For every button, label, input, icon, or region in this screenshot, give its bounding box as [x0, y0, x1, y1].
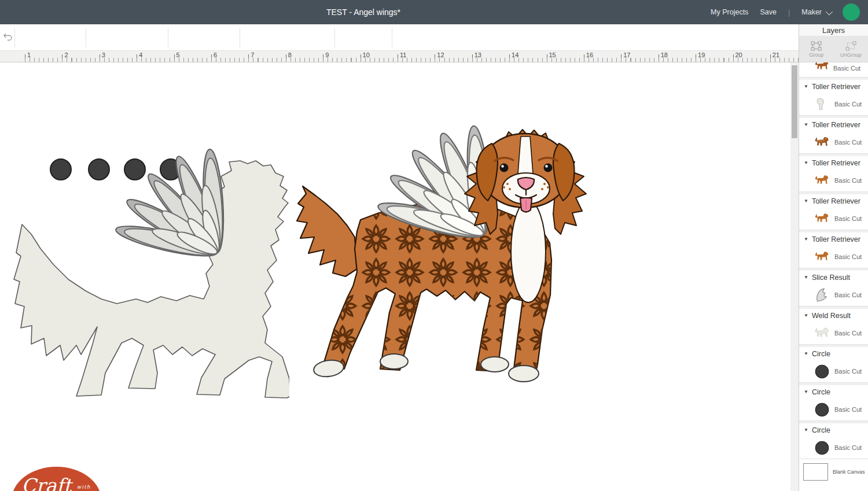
layer-group-header[interactable]: ▼ Toller Retriever	[799, 232, 868, 246]
dog-chest-blaze	[511, 201, 546, 302]
layer-group: ▼ Toller Retriever Basic Cut	[799, 192, 868, 230]
layer-group-header[interactable]: ▼ Circle	[799, 385, 868, 398]
collapse-triangle-icon[interactable]: ▼	[804, 84, 808, 89]
ruler-number: 19	[696, 51, 733, 58]
ruler-number: 10	[361, 51, 398, 58]
layer-group: ▼ Circle Basic Cut	[799, 421, 868, 459]
dark-circle-thumbnail-icon	[814, 364, 830, 379]
collapse-triangle-icon[interactable]: ▼	[804, 427, 808, 433]
project-title: TEST - Angel wings*	[326, 8, 400, 17]
ruler-number: 12	[435, 51, 472, 58]
layer-item[interactable]: Basic Cut	[799, 284, 868, 306]
gray-dog-silhouette	[14, 161, 289, 398]
orange-dog-thumbnail-icon	[814, 62, 830, 74]
layer-group-header[interactable]: ▼ Circle	[799, 423, 868, 437]
blank-canvas-item[interactable]: Blank Canvas	[799, 459, 868, 485]
ruler-number: 3	[100, 51, 137, 58]
collapse-triangle-icon[interactable]: ▼	[804, 122, 808, 127]
ruler-number: 20	[733, 51, 770, 58]
ruler-number: 4	[137, 51, 174, 58]
ruler-number: 9	[323, 51, 360, 58]
ungroup-button[interactable]: UnGroup	[834, 36, 868, 62]
orange-dog-thumbnail-icon	[814, 211, 830, 227]
my-projects-link[interactable]: My Projects	[711, 8, 748, 16]
machine-selector[interactable]: Maker	[801, 8, 831, 16]
gray-wing-thumbnail-icon	[814, 287, 830, 303]
sync-arrow-icon[interactable]	[3, 32, 13, 42]
layer-item[interactable]: Basic Cut	[799, 169, 868, 191]
layer-group-header[interactable]: ▼ Slice Result	[799, 271, 868, 284]
layer-group: ▼ Toller Retriever Basic Cut	[799, 116, 868, 154]
orange-dog-thumbnail-icon	[814, 249, 830, 265]
layer-group-header[interactable]: ▼ Circle	[799, 347, 868, 360]
dog-tail	[297, 186, 357, 276]
ruler-number: 17	[621, 51, 658, 58]
design-canvas[interactable]: Craft with Sarah	[0, 62, 790, 491]
collapse-triangle-icon[interactable]: ▼	[804, 351, 808, 356]
group-icon	[811, 41, 822, 51]
layer-group-header[interactable]: ▼ Weld Result	[799, 309, 868, 322]
account-avatar[interactable]	[843, 3, 860, 21]
ruler-number: 11	[398, 51, 435, 58]
group-button[interactable]: Group	[799, 36, 834, 62]
ruler-number: 15	[546, 51, 583, 58]
layer-item[interactable]: Basic Cut	[799, 246, 868, 268]
craft-with-sarah-logo: Craft with Sarah	[12, 467, 101, 491]
light-dog-thumbnail-icon	[814, 326, 830, 341]
ruler-number: 8	[286, 51, 323, 58]
layer-group: ▼ Toller Retriever Basic Cut	[799, 230, 868, 268]
collapse-triangle-icon[interactable]: ▼	[804, 313, 808, 318]
save-button[interactable]: Save	[760, 8, 777, 16]
ungroup-icon	[845, 41, 856, 51]
ruler-number: 18	[659, 51, 696, 58]
ruler-number: 7	[248, 51, 285, 58]
collapse-triangle-icon[interactable]: ▼	[804, 198, 808, 204]
scrollbar-thumb[interactable]	[792, 65, 797, 138]
chevron-down-icon	[826, 8, 833, 15]
top-bar: TEST - Angel wings* My Projects Save | M…	[0, 0, 868, 24]
collapse-triangle-icon[interactable]: ▼	[804, 237, 808, 242]
layers-list: Basic Cut ▼ Toller Retriever Basic Cut ▼…	[799, 62, 868, 490]
canvas-scrollbar[interactable]	[790, 62, 799, 491]
gray-dog-artwork[interactable]	[6, 130, 289, 419]
layer-group-header[interactable]: ▼ Toller Retriever	[799, 194, 868, 208]
patterned-dog-thumbnail-icon	[814, 135, 830, 150]
layers-panel: Layers Group UnGroup	[799, 24, 868, 491]
layer-group: ▼ Toller Retriever Basic Cut	[799, 154, 868, 192]
layer-item[interactable]: Basic Cut	[799, 93, 868, 115]
ruler-number: 1	[25, 51, 62, 58]
edit-toolbar: Operation Basic Cut ▼ Select All Edit ▼ …	[0, 24, 799, 51]
collapse-triangle-icon[interactable]: ▼	[804, 389, 808, 394]
layer-item[interactable]: Basic Cut	[799, 360, 868, 382]
ruler-number: 16	[584, 51, 621, 58]
layer-item[interactable]: Basic Cut	[799, 322, 868, 344]
ruler-number: 5	[174, 51, 211, 58]
topbar-divider: |	[788, 8, 790, 17]
layer-item[interactable]: Basic Cut	[799, 131, 868, 153]
layer-group: ▼ Slice Result Basic Cut	[799, 268, 868, 307]
toller-retriever-artwork[interactable]	[292, 121, 587, 393]
gray-wing	[114, 149, 226, 262]
layer-group-header[interactable]: ▼ Toller Retriever	[799, 118, 868, 131]
orange-dog-thumbnail-icon	[814, 173, 830, 189]
blank-canvas-thumbnail-icon	[803, 463, 828, 481]
white-pieces-thumbnail-icon	[814, 97, 830, 112]
layer-item[interactable]: Basic Cut	[799, 437, 868, 459]
layer-item-partial[interactable]: Basic Cut	[799, 62, 868, 77]
collapse-triangle-icon[interactable]: ▼	[804, 160, 808, 165]
dark-circle-thumbnail-icon	[814, 402, 830, 418]
ruler-number: 13	[472, 51, 509, 58]
ruler-number: 2	[62, 51, 99, 58]
dark-circle-thumbnail-icon	[814, 440, 830, 456]
ruler-number: 6	[211, 51, 248, 58]
collapse-triangle-icon[interactable]: ▼	[804, 275, 808, 280]
layer-item[interactable]: Basic Cut	[799, 208, 868, 230]
layers-panel-title: Layers	[799, 24, 868, 36]
layer-group-header[interactable]: ▼ Toller Retriever	[799, 156, 868, 169]
ruler-number: 14	[509, 51, 546, 58]
horizontal-ruler: 123456789101112131415161718192021	[0, 51, 799, 62]
layer-group: ▼ Toller Retriever Basic Cut	[799, 77, 868, 116]
layer-item[interactable]: Basic Cut	[799, 398, 868, 420]
layer-group: ▼ Circle Basic Cut	[799, 345, 868, 383]
layer-group-header[interactable]: ▼ Toller Retriever	[799, 80, 868, 93]
